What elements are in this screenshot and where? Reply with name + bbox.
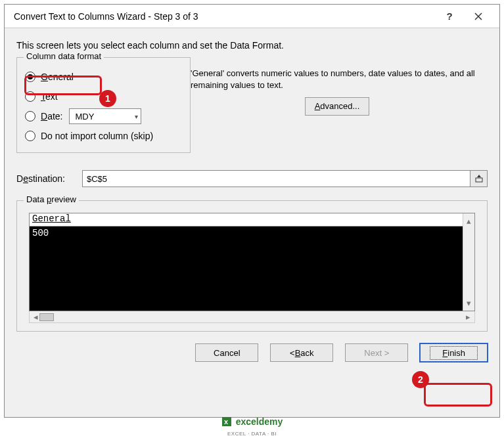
vertical-scrollbar[interactable]: ▴ ▾ bbox=[463, 213, 474, 311]
advanced-button[interactable]: Advanced... bbox=[305, 97, 370, 116]
help-button[interactable]: ? bbox=[435, 5, 464, 28]
close-button[interactable] bbox=[464, 5, 493, 28]
back-button[interactable]: < Back bbox=[270, 343, 333, 362]
date-format-select[interactable]: MDY ▾ bbox=[69, 108, 141, 124]
radio-skip-label: Do not import column (skip) bbox=[41, 131, 153, 141]
preview-label: Data preview bbox=[24, 194, 79, 204]
radio-date-label: ate: bbox=[47, 111, 62, 121]
watermark-logo: x exceldemy EXCEL · DATA · BI bbox=[0, 416, 504, 437]
destination-label: Destination: bbox=[16, 173, 82, 184]
next-button: Next > bbox=[345, 343, 408, 362]
range-picker-button[interactable] bbox=[470, 170, 488, 187]
annotation-badge-2: 2 bbox=[412, 371, 429, 388]
group-label: Column data format bbox=[24, 51, 104, 61]
button-bar: Cancel < Back Next > Finish bbox=[5, 332, 499, 362]
dialog-title: Convert Text to Columns Wizard - Step 3 … bbox=[14, 11, 435, 22]
logo-tagline: EXCEL · DATA · BI bbox=[227, 431, 277, 437]
radio-icon bbox=[25, 72, 35, 82]
logo-name: exceldemy bbox=[236, 416, 283, 427]
preview-column-header: General bbox=[30, 213, 463, 227]
scroll-right-icon: ▸ bbox=[466, 312, 470, 322]
radio-general[interactable]: General bbox=[25, 67, 182, 87]
radio-general-label: eneral bbox=[48, 72, 74, 82]
radio-text[interactable]: Text bbox=[25, 87, 182, 106]
column-data-format-group: Column data format General Text Date: MD… bbox=[16, 57, 191, 153]
horizontal-scrollbar[interactable]: ◂ ▸ bbox=[29, 311, 475, 323]
svg-rect-2 bbox=[476, 178, 482, 182]
advanced-label: dvanced... bbox=[320, 101, 359, 111]
preview-body: 500 bbox=[30, 227, 463, 311]
destination-value: $C$5 bbox=[87, 174, 107, 184]
radio-date[interactable]: Date: MDY ▾ bbox=[25, 106, 182, 126]
preview-row: 500 bbox=[32, 228, 460, 238]
radio-skip[interactable]: Do not import column (skip) bbox=[25, 126, 182, 146]
cancel-button[interactable]: Cancel bbox=[195, 343, 258, 362]
annotation-box-2 bbox=[424, 383, 492, 407]
radio-icon bbox=[25, 91, 35, 102]
finish-button[interactable]: Finish bbox=[420, 343, 488, 362]
wizard-dialog: Convert Text to Columns Wizard - Step 3 … bbox=[4, 4, 500, 418]
destination-input[interactable]: $C$5 bbox=[82, 170, 470, 187]
scroll-thumb[interactable] bbox=[39, 313, 54, 321]
svg-text:x: x bbox=[224, 418, 229, 426]
format-description: 'General' converts numeric values to num… bbox=[191, 68, 484, 91]
data-preview-group: Data preview General 500 ▴ ▾ ◂ ▸ bbox=[16, 200, 488, 332]
instruction-text: This screen lets you select each column … bbox=[16, 40, 488, 51]
scroll-left-icon: ◂ bbox=[34, 312, 38, 322]
scroll-up-icon: ▴ bbox=[467, 216, 471, 226]
chevron-down-icon: ▾ bbox=[135, 113, 138, 120]
radio-icon bbox=[25, 131, 35, 141]
date-format-value: MDY bbox=[75, 112, 94, 121]
radio-icon bbox=[25, 111, 35, 121]
preview-box: General 500 ▴ ▾ bbox=[29, 213, 475, 311]
scroll-down-icon: ▾ bbox=[467, 298, 471, 308]
radio-text-label: ext bbox=[45, 91, 58, 102]
titlebar: Convert Text to Columns Wizard - Step 3 … bbox=[5, 5, 499, 28]
